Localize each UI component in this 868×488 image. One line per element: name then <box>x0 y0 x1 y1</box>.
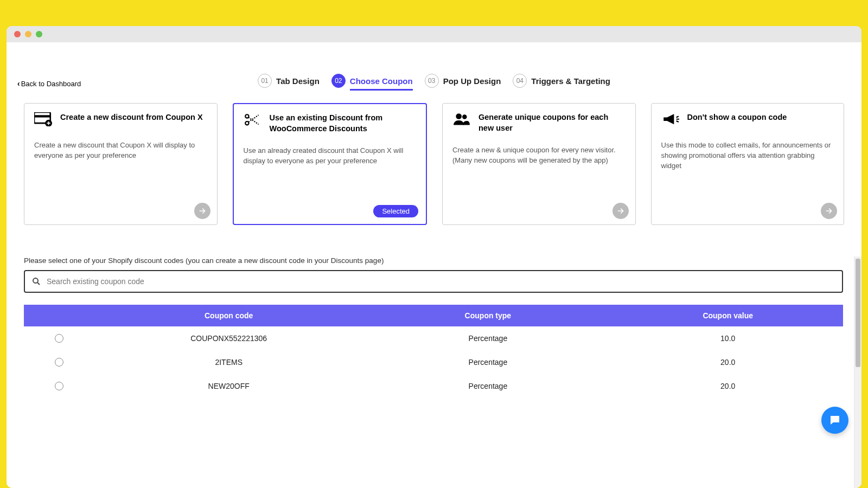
step-number: 02 <box>331 74 346 88</box>
card-description: Create a new & unique coupon for every n… <box>452 145 626 166</box>
svg-point-7 <box>33 278 38 283</box>
step-number: 01 <box>258 74 272 88</box>
step-tab-design[interactable]: 01 Tab Design <box>258 74 320 88</box>
back-to-dashboard-link[interactable]: ‹ Back to Dashboard <box>17 79 81 88</box>
card-title: Use an existing Discount from WooCommerc… <box>270 113 417 134</box>
table-header: Coupon code Coupon type Coupon value <box>24 305 843 326</box>
window-close-dot[interactable] <box>14 31 21 37</box>
arrow-right-icon <box>825 207 833 215</box>
cell-type: Percentage <box>363 382 612 390</box>
header-coupon-code: Coupon code <box>94 311 363 320</box>
table-row[interactable]: COUPONX552221306 Percentage 10.0 <box>24 326 843 350</box>
scissors-icon <box>244 113 262 129</box>
cell-type: Percentage <box>363 358 612 367</box>
credit-card-plus-icon <box>34 112 53 129</box>
back-link-label: Back to Dashboard <box>21 80 81 88</box>
svg-point-3 <box>245 114 248 118</box>
header-coupon-value: Coupon value <box>612 311 843 320</box>
window-max-dot[interactable] <box>36 31 42 37</box>
card-arrow-button[interactable] <box>194 203 210 219</box>
cell-value: 20.0 <box>612 358 843 367</box>
svg-rect-1 <box>34 115 50 117</box>
step-label: Triggers & Targeting <box>531 76 610 86</box>
step-label: Pop Up Design <box>443 76 501 86</box>
cell-code: COUPONX552221306 <box>94 334 363 343</box>
card-title: Create a new discount from Coupon X <box>60 112 203 123</box>
card-description: Create a new discount that Coupon X will… <box>34 140 207 161</box>
step-popup-design[interactable]: 03 Pop Up Design <box>425 74 501 88</box>
chat-fab-button[interactable] <box>821 407 848 434</box>
svg-point-5 <box>456 113 462 119</box>
coupon-mode-cards: Create a new discount from Coupon X Crea… <box>7 88 861 225</box>
app-window: ‹ Back to Dashboard 01 Tab Design 02 Cho… <box>7 26 861 488</box>
step-number: 04 <box>513 74 527 88</box>
chat-icon <box>828 414 841 427</box>
window-min-dot[interactable] <box>25 31 31 37</box>
step-number: 03 <box>425 74 439 88</box>
step-label: Tab Design <box>276 76 320 86</box>
card-title: Don't show a coupon code <box>687 112 787 123</box>
svg-point-4 <box>245 121 248 125</box>
cell-type: Percentage <box>363 334 612 343</box>
table-row[interactable]: NEW20OFF Percentage 20.0 <box>24 374 843 398</box>
card-arrow-button[interactable] <box>612 203 629 219</box>
row-radio[interactable] <box>55 382 63 390</box>
card-title: Generate unique coupons for each new use… <box>478 112 626 133</box>
step-triggers-targeting[interactable]: 04 Triggers & Targeting <box>513 74 610 88</box>
search-icon <box>31 277 41 286</box>
users-icon <box>452 112 471 129</box>
coupon-search-input[interactable] <box>47 277 835 286</box>
instruction-text: Please select one of your Shopify discou… <box>24 256 843 265</box>
chevron-left-icon: ‹ <box>17 79 20 88</box>
coupon-select-panel: Please select one of your Shopify discou… <box>24 256 861 488</box>
row-radio[interactable] <box>55 358 63 367</box>
arrow-right-icon <box>198 207 207 215</box>
arrow-right-icon <box>616 207 625 215</box>
card-use-existing-discount[interactable]: Use an existing Discount from WooCommerc… <box>233 103 427 225</box>
cell-code: NEW20OFF <box>94 382 363 390</box>
cell-code: 2ITEMS <box>94 358 363 367</box>
scrollbar-thumb[interactable] <box>856 259 860 367</box>
cell-value: 10.0 <box>612 334 843 343</box>
table-row[interactable]: 2ITEMS Percentage 20.0 <box>24 350 843 374</box>
coupon-search-box[interactable] <box>24 270 843 293</box>
card-description: Use this mode to collect emails, for ann… <box>661 140 834 171</box>
window-titlebar <box>7 26 861 42</box>
svg-point-6 <box>462 114 467 119</box>
cell-value: 20.0 <box>612 382 843 390</box>
vertical-scrollbar[interactable]: ▲ <box>854 256 861 488</box>
card-generate-unique-coupons[interactable]: Generate unique coupons for each new use… <box>442 103 636 225</box>
row-radio[interactable] <box>55 334 63 343</box>
card-arrow-button[interactable] <box>821 203 837 219</box>
wizard-steps: 01 Tab Design 02 Choose Coupon 03 Pop Up… <box>7 42 861 88</box>
page-content: ‹ Back to Dashboard 01 Tab Design 02 Cho… <box>7 42 861 488</box>
card-description: Use an already created discount that Cou… <box>244 146 417 166</box>
card-dont-show-coupon[interactable]: Don't show a coupon code Use this mode t… <box>651 103 845 225</box>
megaphone-icon <box>661 112 680 129</box>
selected-badge: Selected <box>373 205 418 217</box>
header-coupon-type: Coupon type <box>363 311 612 320</box>
step-label: Choose Coupon <box>350 76 413 91</box>
card-create-new-discount[interactable]: Create a new discount from Coupon X Crea… <box>24 103 218 225</box>
step-choose-coupon[interactable]: 02 Choose Coupon <box>331 74 413 88</box>
coupon-table: Coupon code Coupon type Coupon value COU… <box>24 305 843 398</box>
